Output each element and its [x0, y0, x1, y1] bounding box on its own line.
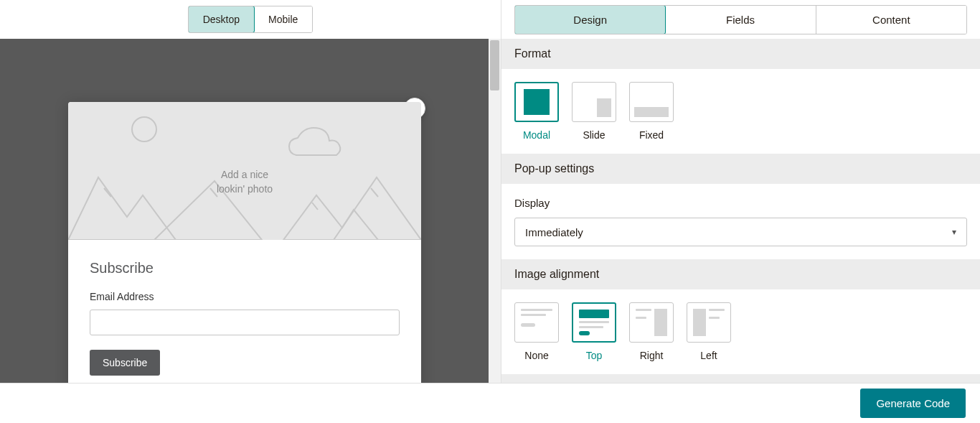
subscribe-button[interactable]: Subscribe: [90, 350, 160, 376]
fixed-icon: [634, 107, 669, 117]
preview-area: ✕ Add a nice lookin' photo: [0, 39, 501, 383]
align-top-icon: [572, 302, 616, 343]
format-slide[interactable]: Slide: [572, 82, 616, 141]
desktop-toggle[interactable]: Desktop: [188, 6, 255, 33]
format-modal[interactable]: Modal: [514, 82, 559, 141]
popup-title: Subscribe: [90, 260, 400, 276]
align-left[interactable]: Left: [687, 302, 731, 361]
align-left-icon: [687, 302, 731, 343]
align-none-icon: [514, 302, 559, 343]
device-toggle-bar: Desktop Mobile: [0, 0, 501, 39]
popup-preview: ✕ Add a nice lookin' photo: [68, 102, 421, 383]
photo-placeholder-text: Add a nice lookin' photo: [217, 168, 273, 196]
align-top[interactable]: Top: [572, 302, 616, 361]
chevron-down-icon: ▾: [952, 227, 956, 237]
settings-tabs-bar: Design Fields Content: [501, 0, 980, 39]
generate-code-button[interactable]: Generate Code: [860, 389, 966, 418]
format-fixed[interactable]: Fixed: [629, 82, 674, 141]
tab-design[interactable]: Design: [514, 5, 666, 34]
section-field-labels: Field labels: [501, 374, 980, 383]
mobile-toggle[interactable]: Mobile: [254, 6, 312, 32]
display-select-value: Immediately: [525, 226, 583, 238]
section-format: Format: [501, 39, 980, 69]
settings-tabs-group: Design Fields Content: [514, 5, 967, 34]
format-options: Modal Slide Fixed: [514, 82, 967, 141]
preview-scrollbar-thumb[interactable]: [490, 40, 499, 90]
settings-panel[interactable]: Format Modal Slide Fixed: [501, 39, 980, 383]
align-right[interactable]: Right: [629, 302, 674, 361]
preview-scrollbar[interactable]: [489, 39, 501, 383]
photo-placeholder[interactable]: Add a nice lookin' photo: [68, 102, 421, 240]
email-label: Email Address: [90, 291, 400, 302]
device-toggle-group: Desktop Mobile: [188, 6, 314, 33]
display-label: Display: [514, 197, 967, 209]
align-options: None Top: [514, 302, 967, 361]
slide-icon: [597, 98, 611, 117]
tab-content[interactable]: Content: [816, 6, 966, 34]
display-select[interactable]: Immediately ▾: [514, 218, 967, 246]
section-image-alignment: Image alignment: [501, 259, 980, 289]
align-right-icon: [629, 302, 674, 343]
tab-fields[interactable]: Fields: [665, 6, 815, 34]
svg-point-0: [132, 117, 156, 141]
modal-icon: [524, 89, 550, 115]
section-popup-settings: Pop-up settings: [501, 154, 980, 184]
email-field[interactable]: [90, 310, 400, 335]
align-none[interactable]: None: [514, 302, 559, 361]
footer-bar: Generate Code: [0, 383, 980, 423]
